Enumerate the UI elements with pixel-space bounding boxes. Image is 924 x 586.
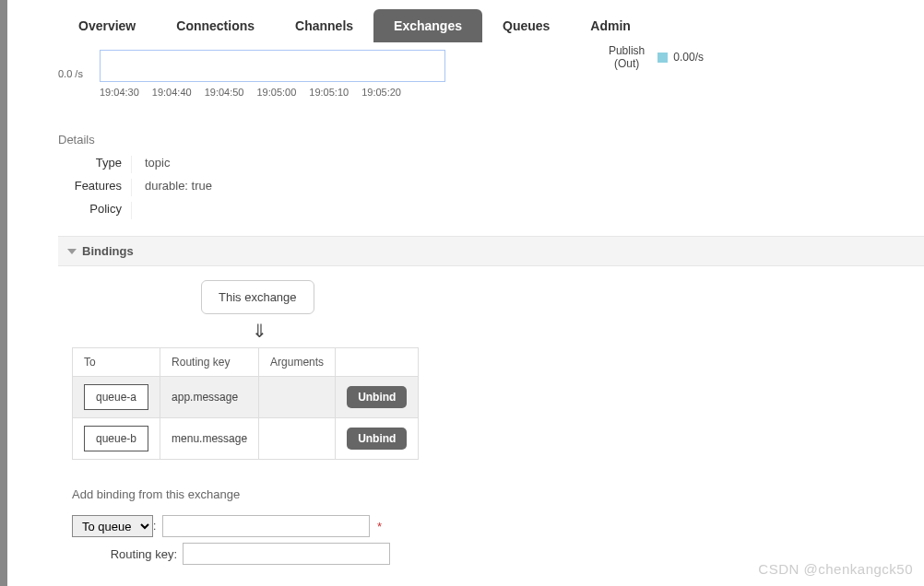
col-to: To: [73, 348, 160, 377]
feature-key: durable:: [145, 179, 188, 193]
unbind-button[interactable]: Unbind: [347, 386, 407, 408]
detail-value-type: topic: [132, 156, 170, 170]
this-exchange-box: This exchange: [201, 280, 314, 314]
tick: 19:05:20: [361, 87, 401, 98]
arguments-cell: [259, 377, 336, 418]
tick: 19:05:10: [309, 87, 349, 98]
legend-rate: 0.00/s: [673, 51, 704, 64]
legend-swatch: [657, 53, 668, 63]
bindings-table: To Routing key Arguments queue-a app.mes…: [72, 347, 419, 460]
chart-x-ticks: 19:04:30 19:04:40 19:04:50 19:05:00 19:0…: [100, 87, 401, 98]
queue-link[interactable]: queue-a: [84, 384, 148, 410]
main-nav: Overview Connections Channels Exchanges …: [17, 0, 924, 42]
down-arrow-icon: ⇓: [252, 320, 924, 342]
bindings-title: Bindings: [82, 244, 134, 258]
tab-channels[interactable]: Channels: [275, 9, 373, 42]
routing-key-label: Routing key:: [72, 547, 183, 561]
dest-row: To queue : *: [72, 515, 924, 537]
watermark: CSDN @chenkangck50: [758, 561, 913, 577]
unbind-button[interactable]: Unbind: [347, 428, 407, 450]
table-header-row: To Routing key Arguments: [73, 348, 419, 377]
tab-queues[interactable]: Queues: [482, 9, 570, 42]
add-binding-heading: Add binding from this exchange: [72, 487, 924, 501]
details-grid: Type topic Features durable: true Policy: [58, 156, 924, 219]
col-action: [336, 348, 419, 377]
col-arguments: Arguments: [259, 348, 336, 377]
legend-label: Publish (Out): [601, 42, 652, 72]
col-routing-key: Routing key: [160, 348, 259, 377]
tick: 19:05:00: [256, 87, 296, 98]
arguments-cell: [259, 418, 336, 460]
routing-key-input[interactable]: [183, 543, 390, 565]
chart-plot-area: [100, 50, 445, 82]
detail-label-features: Features: [58, 179, 132, 196]
detail-label-policy: Policy: [58, 202, 132, 219]
queue-link[interactable]: queue-b: [84, 426, 148, 451]
table-row: queue-b menu.message Unbind: [73, 418, 419, 460]
tab-exchanges[interactable]: Exchanges: [373, 9, 482, 42]
chevron-down-icon: [67, 249, 77, 254]
tab-overview[interactable]: Overview: [58, 9, 156, 42]
rate-chart: 0.0 /s 19:04:30 19:04:40 19:04:50 19:05:…: [58, 50, 924, 100]
chart-legend: Publish (Out) 0.00/s: [510, 42, 704, 72]
tab-admin[interactable]: Admin: [570, 9, 651, 42]
detail-value-features: durable: true: [132, 179, 212, 193]
tab-connections[interactable]: Connections: [156, 9, 275, 42]
destination-name-input[interactable]: [162, 515, 370, 537]
feature-val: true: [192, 179, 212, 193]
required-asterisk: *: [377, 520, 382, 533]
bindings-section-header[interactable]: Bindings: [58, 236, 924, 266]
tick: 19:04:40: [152, 87, 192, 98]
legend-label-line1: Publish: [609, 44, 645, 57]
detail-label-type: Type: [58, 156, 132, 173]
tick: 19:04:50: [205, 87, 244, 98]
colon: :: [153, 520, 156, 533]
left-scrollbar[interactable]: [0, 0, 7, 586]
routing-key-cell: app.message: [160, 377, 259, 418]
chart-yaxis-rate: 0.0 /s: [58, 68, 83, 79]
destination-type-select[interactable]: To queue: [72, 515, 153, 537]
tick: 19:04:30: [100, 87, 139, 98]
table-row: queue-a app.message Unbind: [73, 377, 419, 418]
routing-key-cell: menu.message: [160, 418, 259, 460]
details-heading: Details: [58, 133, 924, 146]
legend-label-line2: (Out): [609, 57, 645, 70]
